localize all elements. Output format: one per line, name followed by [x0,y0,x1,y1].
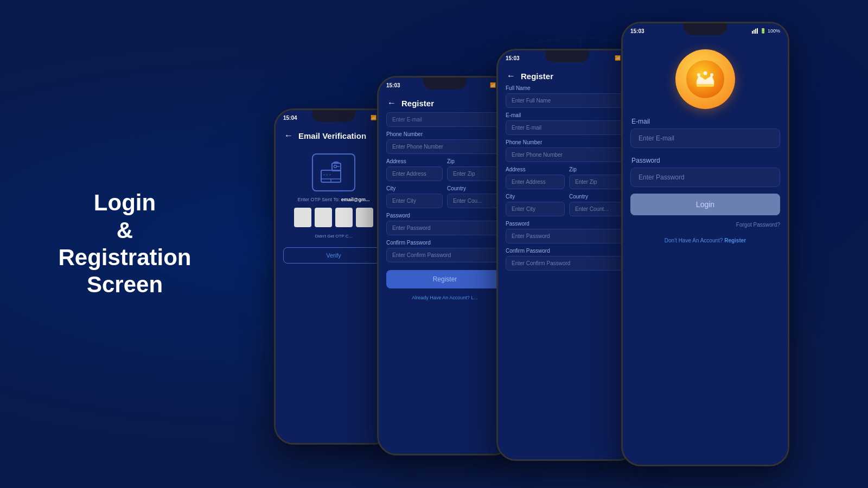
phone-label-3: Phone Number [506,139,628,145]
password-group-3: Password Enter Password [498,221,636,248]
phone-input-2[interactable]: Enter Phone Number [386,139,503,154]
confirm-group-3: Confirm Password Enter Confirm Password [498,248,636,275]
address-zip-row-3: Address Enter Address Zip Enter Zip [498,166,636,194]
phone-input-3[interactable]: Enter Phone Number [506,147,628,162]
phone-login: 15:03 🔋 100% [621,22,789,466]
login-link-2[interactable]: L... [471,295,478,300]
svg-point-32 [710,73,713,76]
otp-icon-box: * * * [312,153,355,191]
email-label-4: E-mail [623,115,788,129]
password-group-2: Password Enter Password [379,213,511,240]
confirm-input-2[interactable]: Enter Confirm Password [386,248,503,262]
password-label-2: Password [386,213,503,219]
password-input-4[interactable]: Enter Password [630,168,780,187]
phone-register-1: 15:03 📶 🔋 ← Register Enter E-mail Phone … [377,76,513,455]
app-logo [623,38,788,115]
fullname-label-3: Full Name [506,85,628,91]
svg-rect-28 [755,29,756,34]
otp-box-1[interactable] [294,208,311,227]
svg-rect-33 [697,84,714,87]
otp-box-4[interactable] [356,208,373,227]
address-group-3: Address Enter Address [506,166,565,189]
register-button-2[interactable]: Register [386,270,503,288]
city-group-3: City Enter City [506,194,565,216]
city-country-row-3: City Enter City Country Enter Count... [498,194,636,221]
back-arrow-2[interactable]: ← [387,98,396,108]
phone-register-2: 15:03 📶 🔋 ← Register Full Name Enter Ful… [496,49,637,461]
status-time-3: 15:03 [506,55,520,61]
otp-box-3[interactable] [335,208,353,227]
status-icons-4: 🔋 100% [752,28,780,34]
svg-rect-26 [752,31,753,34]
logo-inner-circle [686,60,724,98]
email-field-group-2: Enter E-mail [379,112,511,131]
zip-input-2[interactable]: Enter Zip [447,166,503,181]
password-label-4: Password [623,155,788,168]
email-group-3: E-mail Enter E-mail [498,112,636,139]
confirm-input-3[interactable]: Enter Confirm Password [506,256,628,271]
svg-rect-29 [757,28,758,34]
logo-circle [675,49,735,109]
zip-label-3: Zip [569,166,628,172]
address-label-2: Address [386,158,443,164]
zip-group-2: Zip Enter Zip [447,158,503,181]
city-input-2[interactable]: Enter City [386,194,443,208]
no-account-row: Don't Have An Account? Register [623,233,788,248]
status-time-2: 15:03 [386,82,400,88]
back-arrow-1[interactable]: ← [284,131,293,140]
country-input-3[interactable]: Enter Count... [569,202,628,216]
address-group-2: Address Enter Address [386,158,443,181]
screen-title-1: Email Verification [298,131,366,140]
address-input-2[interactable]: Enter Address [386,166,443,181]
country-input-2[interactable]: Enter Cou... [447,194,503,208]
didnt-get-otp: Didn't Get OTP C... [276,234,392,247]
phone-group-3: Phone Number Enter Phone Number [498,139,636,166]
address-label-3: Address [506,166,565,172]
screen-1: ← Email Verification [276,125,392,443]
country-label-2: Country [447,185,503,191]
email-input-2[interactable]: Enter E-mail [386,112,503,127]
otp-email: email@gm... [341,197,370,202]
title-section: Login & Registration Screen [33,189,217,299]
phone-notch-2 [423,78,467,89]
address-input-3[interactable]: Enter Address [506,175,565,189]
svg-point-31 [704,72,707,75]
svg-point-30 [697,73,700,76]
login-button[interactable]: Login [630,194,780,215]
status-time-1: 15:04 [283,115,297,121]
fullname-input-3[interactable]: Enter Full Name [506,93,628,108]
screen-title-2: Register [401,99,434,108]
svg-point-23 [334,165,337,168]
otp-input-boxes[interactable] [276,208,392,234]
svg-text:* * *: * * * [323,173,331,178]
back-arrow-3[interactable]: ← [507,71,515,81]
screen-2: ← Register Enter E-mail Phone Number Ent… [379,93,511,454]
confirm-label-2: Confirm Password [386,240,503,246]
confirm-label-3: Confirm Password [506,248,628,254]
confirm-group-2: Confirm Password Enter Confirm Password [379,240,511,267]
password-input-2[interactable]: Enter Password [386,221,503,235]
country-group-3: Country Enter Count... [569,194,628,216]
otp-box-2[interactable] [315,208,332,227]
email-input-4[interactable]: Enter E-mail [630,129,780,148]
screen-4: E-mail Enter E-mail Password Enter Passw… [623,38,788,465]
phone-field-group-2: Phone Number Enter Phone Number [379,131,511,158]
zip-group-3: Zip Enter Zip [569,166,628,189]
verify-button[interactable]: Verify [283,247,384,264]
forgot-password-link[interactable]: Forgot Password? [623,220,788,233]
phone-label-2: Phone Number [386,131,503,137]
screen-header-2: ← Register [379,93,511,112]
password-input-3[interactable]: Enter Password [506,229,628,243]
country-label-3: Country [569,194,628,200]
register-link-4[interactable]: Register [724,237,746,243]
zip-input-3[interactable]: Enter Zip [569,175,628,189]
city-input-3[interactable]: Enter City [506,202,565,216]
screen-title-3: Register [521,72,553,81]
phone-notch-4 [684,23,727,35]
email-input-3[interactable]: Enter E-mail [506,120,628,135]
already-account-2: Already Have An Account? L... [379,292,511,304]
phone-email-verification: 15:04 📶 🔋 ← Email Verification [274,108,393,445]
country-group-2: Country Enter Cou... [447,185,503,208]
fullname-group-3: Full Name Enter Full Name [498,85,636,112]
city-group-2: City Enter City [386,185,443,208]
